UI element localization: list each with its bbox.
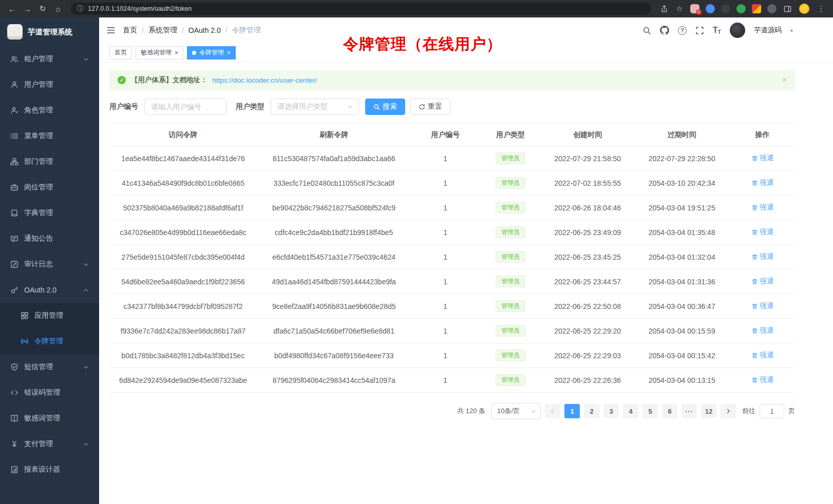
next-page-button[interactable] (721, 404, 736, 418)
browser-back-icon[interactable]: ← (5, 2, 18, 15)
page-button-4[interactable]: 4 (623, 404, 638, 418)
sidebar-item-label: 错误码管理 (24, 388, 60, 397)
browser-home-icon[interactable]: ⌂ (51, 2, 65, 15)
sidebar-item-dept[interactable]: 部门管理 (0, 149, 99, 175)
browser-address-bar[interactable]: ⓘ 127.0.0.1:1024/system/oauth2/token (71, 3, 651, 15)
sidebar-item-tenant[interactable]: 租户管理 (0, 46, 99, 72)
user-id-cell: 1 (411, 196, 480, 220)
force-logout-button[interactable]: 强退 (751, 153, 774, 163)
tab-oauth2-token[interactable]: 令牌管理× (187, 46, 236, 60)
reset-button[interactable]: 重置 (410, 99, 450, 115)
search-button[interactable]: 搜索 (365, 99, 405, 115)
force-logout-button[interactable]: 强退 (751, 252, 774, 261)
tab-close-icon[interactable]: × (175, 50, 178, 56)
github-icon[interactable] (660, 26, 669, 35)
page-button-5[interactable]: 5 (642, 404, 658, 418)
sidebar-item-audit-log[interactable]: 审计日志 (0, 251, 99, 277)
site-info-icon[interactable]: ⓘ (77, 4, 84, 13)
sidebar-item-pay[interactable]: 支付管理 (0, 431, 99, 457)
extension-icon[interactable]: 0 (690, 4, 699, 13)
sidebar-item-oauth2-app[interactable]: 应用管理 (0, 303, 99, 328)
fullscreen-icon[interactable] (695, 26, 704, 35)
breadcrumb-item[interactable]: OAuth 2.0 (188, 26, 221, 34)
font-size-icon[interactable]: TT (713, 26, 721, 35)
chevron-down-icon (83, 441, 89, 447)
sidebar-item-notice[interactable]: 通知公告 (0, 226, 99, 251)
chevron-down-icon[interactable]: ▾ (790, 28, 793, 33)
sidebar-item-sensitive[interactable]: 敏感词管理 (0, 405, 99, 431)
user-id-input[interactable] (144, 99, 226, 115)
page-button-1[interactable]: 1 (564, 404, 580, 418)
user-type-tag: 管理员 (496, 177, 525, 189)
page-button-2[interactable]: 2 (584, 404, 599, 418)
browser-reload-icon[interactable]: ↻ (36, 2, 49, 15)
force-logout-button[interactable]: 强退 (751, 203, 774, 212)
share-icon[interactable] (657, 2, 671, 15)
action-cell: 强退 (730, 343, 795, 368)
sms-icon (10, 363, 18, 371)
sidebar-item-sms[interactable]: 短信管理 (0, 354, 99, 380)
goto-page-input[interactable] (760, 404, 784, 418)
delete-icon (751, 303, 758, 309)
force-logout-button[interactable]: 强退 (751, 178, 774, 187)
access-token-cell: c342377bf8b344799dcbf7bf095287f2 (109, 294, 257, 319)
extension-icon[interactable] (721, 4, 730, 13)
dict-icon (10, 209, 18, 217)
force-logout-button[interactable]: 强退 (751, 227, 774, 237)
side-panel-icon[interactable] (781, 2, 794, 15)
search-icon[interactable] (642, 26, 651, 35)
sidebar-menu: 租户管理用户管理角色管理菜单管理部门管理岗位管理字典管理通知公告审计日志OAut… (0, 46, 99, 482)
page-button-6[interactable]: 6 (662, 404, 677, 418)
sidebar-item-oauth2[interactable]: OAuth 2.0 (0, 277, 99, 303)
banner-doc-link[interactable]: https://doc.iocoder.cn/user-center/ (213, 76, 317, 84)
browser-forward-icon[interactable]: → (21, 2, 34, 15)
sidebar-item-label: 敏感词管理 (24, 414, 60, 423)
extensions-puzzle-icon[interactable] (752, 4, 761, 13)
page-size-select[interactable]: 10条/页 (491, 403, 541, 419)
page-button-12[interactable]: 12 (701, 404, 716, 418)
column-header: 访问令牌 (109, 124, 257, 146)
browser-profile-avatar[interactable] (799, 4, 809, 14)
user-avatar[interactable] (730, 23, 745, 38)
role-icon (10, 106, 18, 114)
force-logout-button[interactable]: 强退 (751, 351, 774, 360)
column-header: 操作 (730, 124, 795, 146)
force-logout-button[interactable]: 强退 (751, 301, 774, 311)
sidebar-item-report[interactable]: 报表设计器 (0, 457, 99, 482)
force-logout-button[interactable]: 强退 (751, 375, 774, 384)
force-logout-label: 强退 (760, 178, 774, 187)
tab-sensitive-word[interactable]: 敏感词管理× (136, 46, 183, 60)
page-button-3[interactable]: 3 (603, 404, 619, 418)
help-icon[interactable]: ? (678, 26, 687, 35)
create-time-cell: 2022-06-25 22:29:20 (541, 319, 634, 343)
refresh-token-cell: 49d1aa46d1454fbd87591444423be9fa (257, 269, 411, 294)
more-pages-button[interactable]: ··· (681, 404, 697, 418)
refresh-token-cell: b0df4980ffd34c67a08f9156e4eee733 (257, 343, 411, 368)
sidebar-item-role[interactable]: 角色管理 (0, 98, 99, 123)
tab-close-icon[interactable]: × (227, 50, 231, 56)
browser-menu-icon[interactable]: ⋮ (815, 2, 828, 15)
sidebar-item-post[interactable]: 岗位管理 (0, 175, 99, 200)
sidebar-item-dict[interactable]: 字典管理 (0, 200, 99, 226)
breadcrumb-item[interactable]: 系统管理 (148, 26, 177, 35)
sidebar-item-menu[interactable]: 菜单管理 (0, 123, 99, 149)
prev-page-button[interactable] (545, 404, 560, 418)
breadcrumb-item[interactable]: 首页 (123, 26, 137, 35)
expire-time-cell: 2054-03-04 00:13:15 (634, 368, 730, 393)
expire-time-cell: 2054-03-04 19:51:25 (634, 196, 730, 220)
action-cell: 强退 (730, 368, 795, 393)
sidebar-item-user[interactable]: 用户管理 (0, 72, 99, 98)
extension-pin-icon[interactable] (767, 4, 777, 13)
force-logout-button[interactable]: 强退 (751, 326, 774, 335)
extension-icon[interactable] (736, 4, 746, 13)
bookmark-star-icon[interactable]: ☆ (673, 2, 686, 15)
user-type-select[interactable]: 请选择用户类型 (271, 99, 359, 115)
sidebar-item-error-code[interactable]: 错误码管理 (0, 380, 99, 405)
user-type-tag: 管理员 (496, 325, 525, 337)
extension-icon[interactable] (706, 4, 715, 13)
force-logout-button[interactable]: 强退 (751, 277, 774, 286)
sidebar-collapse-icon[interactable] (106, 26, 116, 35)
banner-close-icon[interactable]: × (782, 75, 787, 85)
tab-home[interactable]: 首页 (109, 46, 132, 60)
sidebar-item-oauth2-token[interactable]: 令牌管理 (0, 328, 99, 354)
